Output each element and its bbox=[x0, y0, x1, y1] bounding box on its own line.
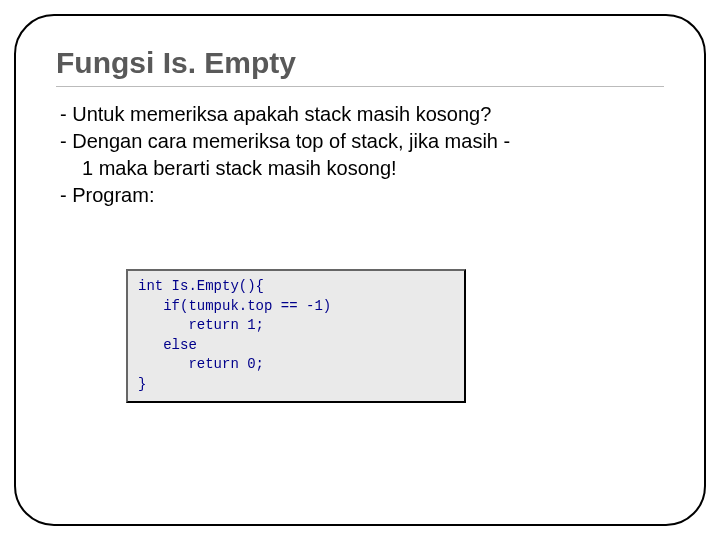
bullet-list: - Untuk memeriksa apakah stack masih kos… bbox=[60, 101, 664, 209]
code-line-2: if(tumpuk.top == -1) bbox=[138, 298, 331, 314]
code-snippet: int Is.Empty(){ if(tumpuk.top == -1) ret… bbox=[126, 269, 466, 403]
bullet-2-line1: - Dengan cara memeriksa top of stack, ji… bbox=[60, 128, 664, 155]
bullet-1: - Untuk memeriksa apakah stack masih kos… bbox=[60, 101, 664, 128]
bullet-2-line2: 1 maka berarti stack masih kosong! bbox=[60, 155, 664, 182]
slide-frame: Fungsi Is. Empty - Untuk memeriksa apaka… bbox=[14, 14, 706, 526]
code-line-3: return 1; bbox=[138, 317, 264, 333]
title-divider bbox=[56, 86, 664, 87]
code-line-6: } bbox=[138, 376, 146, 392]
slide-title: Fungsi Is. Empty bbox=[56, 46, 664, 80]
code-line-4: else bbox=[138, 337, 197, 353]
code-line-1: int Is.Empty(){ bbox=[138, 278, 264, 294]
bullet-3: - Program: bbox=[60, 182, 664, 209]
code-line-5: return 0; bbox=[138, 356, 264, 372]
